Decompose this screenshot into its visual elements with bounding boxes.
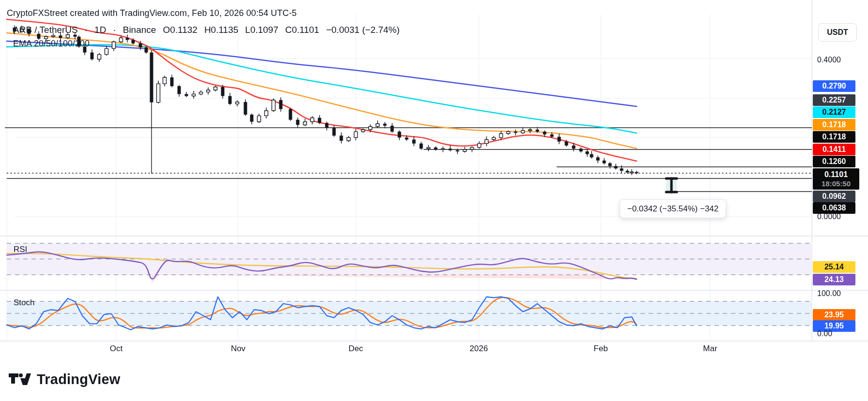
rsi-label-1: 24.13 bbox=[813, 274, 855, 285]
price-label-ema50: 0.1718 bbox=[813, 119, 855, 131]
price-label-ema20: 0.1411 bbox=[813, 144, 855, 155]
ohlc-high: H0.1135 bbox=[204, 25, 238, 35]
symbol-pair[interactable]: ARB / TetherUS bbox=[13, 25, 78, 35]
scale-value: 0.0000 bbox=[817, 212, 841, 221]
rsi-label-0: 25.14 bbox=[813, 261, 855, 273]
time-tick-dec: Dec bbox=[349, 344, 363, 354]
separator-dot: · bbox=[85, 25, 88, 35]
stoch-label-0: 23.95 bbox=[813, 309, 855, 321]
price-label-level: 0.1718 bbox=[813, 131, 855, 143]
price-label-ema100: 0.2127 bbox=[813, 106, 855, 118]
interval-value[interactable]: 1D bbox=[94, 25, 106, 35]
current-price-label: 0.1101 18:05:50 bbox=[813, 168, 859, 190]
time-tick-mar: Mar bbox=[703, 344, 717, 354]
price-label-ema200: 0.2790 bbox=[813, 80, 855, 92]
ohlc-close: C0.1101 bbox=[285, 25, 319, 35]
indicator-legend-rsi[interactable]: RSI bbox=[14, 245, 27, 254]
measure-tooltip: −0.0342 (−35.54%) −342 bbox=[620, 199, 726, 218]
separator-dot: · bbox=[113, 25, 116, 35]
tradingview-logo-icon bbox=[9, 373, 31, 386]
exchange-name: Binance bbox=[123, 25, 156, 35]
current-price-value: 0.1101 bbox=[824, 170, 848, 179]
price-label-level: 0.1260 bbox=[813, 156, 855, 167]
price-chart-canvas[interactable] bbox=[0, 0, 868, 401]
indicator-legend-ema[interactable]: EMA 20/50/100/200 bbox=[13, 39, 90, 49]
symbol-header[interactable]: ARB / TetherUS·1D·BinanceO0.1132H0.1135L… bbox=[13, 25, 407, 35]
tradingview-logo-text: TradingView bbox=[37, 371, 121, 387]
chart-title: CryptoFXStreet created with TradingView.… bbox=[7, 8, 297, 18]
time-tick-nov: Nov bbox=[231, 344, 245, 354]
time-tick-oct: Oct bbox=[110, 344, 122, 354]
scale-value: 0.00 bbox=[817, 329, 832, 338]
scale-value: 0.4000 bbox=[817, 56, 841, 64]
ohlc-change: −0.0031 (−2.74%) bbox=[326, 25, 399, 35]
ohlc-low: L0.1097 bbox=[245, 25, 278, 35]
bar-countdown-timer: 18:05:50 bbox=[822, 179, 851, 188]
time-tick-feb: Feb bbox=[594, 344, 608, 354]
tradingview-chart-window: { "header": { "title": "CryptoFXStreet c… bbox=[0, 0, 868, 401]
price-label-level: 0.0962 bbox=[813, 191, 855, 202]
ohlc-open: O0.1132 bbox=[163, 25, 197, 35]
indicator-legend-stoch[interactable]: Stoch bbox=[14, 298, 34, 308]
scale-value: 100.00 bbox=[817, 289, 841, 298]
tradingview-logo[interactable]: TradingView bbox=[9, 371, 121, 387]
price-label-level: 0.2257 bbox=[813, 94, 855, 106]
time-tick-2026: 2026 bbox=[470, 344, 488, 354]
currency-toggle-button[interactable]: USDT bbox=[818, 23, 857, 42]
